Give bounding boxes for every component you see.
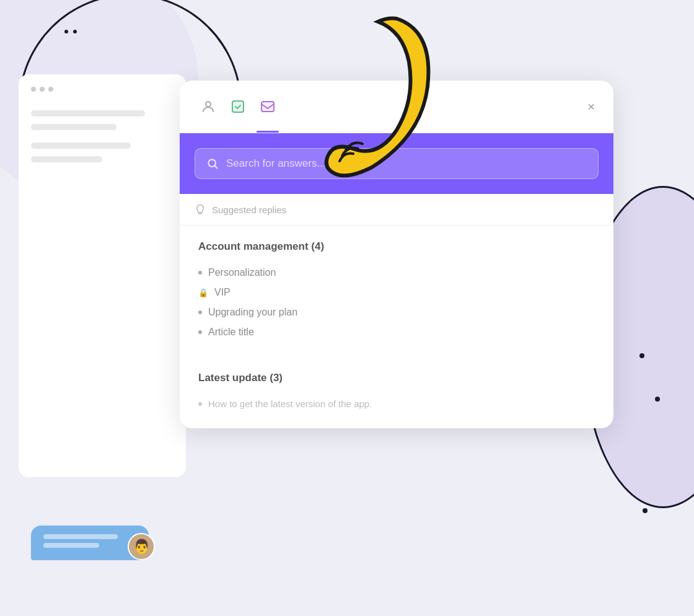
bullet-icon — [198, 271, 202, 275]
account-article-list: Personalization 🔒 VIP Upgrading your pla… — [198, 263, 595, 342]
latest-article-label: How to get the latest version of the app… — [208, 398, 372, 409]
close-button[interactable]: × — [581, 97, 601, 117]
latest-section: Latest update (3) How to get the latest … — [180, 372, 613, 428]
avatar-image: 👨 — [129, 534, 154, 559]
account-section-title: Account management (4) — [198, 240, 595, 253]
sidebar-line — [31, 110, 145, 117]
svg-rect-2 — [261, 102, 274, 112]
tab-messages[interactable] — [254, 93, 281, 120]
bullet-icon — [198, 310, 202, 314]
account-section: Account management (4) Personalization 🔒… — [180, 226, 613, 372]
left-sidebar — [19, 74, 186, 477]
article-label: Article title — [208, 327, 254, 338]
svg-rect-1 — [232, 101, 244, 112]
bulb-icon — [195, 204, 206, 215]
list-item[interactable]: Article title — [198, 322, 595, 342]
suggested-replies-section: Suggested replies — [180, 194, 613, 226]
list-item[interactable]: Upgrading your plan — [198, 302, 595, 322]
banana-decoration — [310, 12, 434, 186]
avatar: 👨 — [128, 533, 155, 560]
tab-tasks[interactable] — [224, 93, 252, 120]
tab-profile[interactable] — [195, 93, 222, 120]
list-item[interactable]: 🔒 VIP — [198, 283, 595, 302]
svg-point-0 — [206, 102, 211, 107]
chat-area: 👨 — [31, 526, 149, 566]
panel-content: Suggested replies Account management (4)… — [180, 194, 613, 428]
active-tab-indicator — [257, 131, 279, 133]
sidebar-line — [31, 156, 102, 162]
latest-section-title: Latest update (3) — [198, 372, 595, 384]
suggested-replies-label: Suggested replies — [212, 205, 286, 215]
article-label: Upgrading your plan — [208, 307, 297, 318]
list-item[interactable]: How to get the latest version of the app… — [198, 394, 595, 413]
bg-dots — [62, 25, 79, 36]
chat-line — [43, 543, 99, 548]
bg-dot-2 — [655, 397, 660, 402]
sidebar-dot — [31, 87, 36, 92]
bullet-icon — [198, 402, 202, 406]
sidebar-dot — [40, 87, 45, 92]
article-label: VIP — [214, 287, 231, 298]
lock-icon: 🔒 — [198, 288, 208, 297]
bullet-icon — [198, 330, 202, 334]
chat-bubble: 👨 — [31, 526, 149, 560]
sidebar-line — [31, 124, 116, 130]
list-item[interactable]: Personalization — [198, 263, 595, 283]
chat-line — [43, 534, 118, 539]
sidebar-dots — [31, 87, 174, 92]
search-icon — [206, 157, 219, 170]
article-label: Personalization — [208, 267, 276, 278]
sidebar-dot — [48, 87, 53, 92]
bg-dot-1 — [639, 353, 644, 358]
bg-dot-3 — [643, 508, 648, 513]
sidebar-line — [31, 143, 131, 149]
